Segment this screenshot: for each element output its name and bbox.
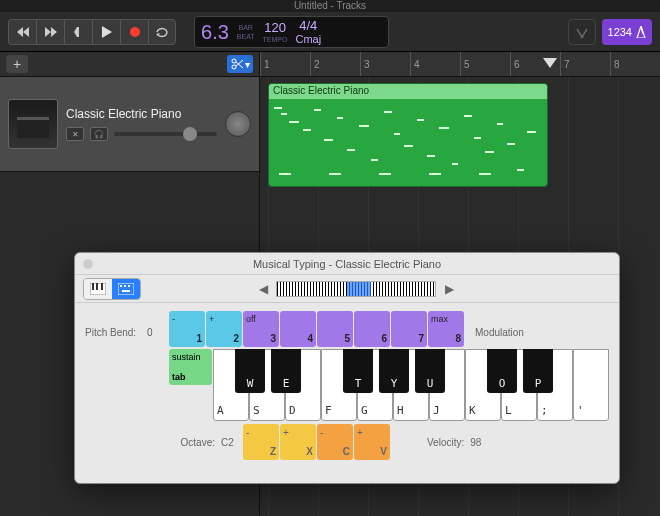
region-notes: [269, 99, 547, 186]
stop-button[interactable]: [64, 19, 92, 45]
sustain-key[interactable]: sustain tab: [169, 349, 212, 385]
rewind-button[interactable]: [8, 19, 36, 45]
mute-button[interactable]: ✕: [66, 127, 84, 141]
octave-label: Octave:: [171, 437, 221, 448]
modulation-key-6[interactable]: 6: [354, 311, 390, 347]
lcd-display[interactable]: 6.3 BARBEAT 120TEMPO 4/4Cmaj: [194, 16, 389, 48]
ruler-tick: 2: [310, 52, 360, 76]
octave-key-X[interactable]: +X: [280, 424, 316, 460]
close-window-button[interactable]: [83, 259, 93, 269]
ruler-tick: 4: [410, 52, 460, 76]
modulation-key-8[interactable]: max8: [428, 311, 464, 347]
octave-value: C2: [221, 437, 243, 448]
record-button[interactable]: [120, 19, 148, 45]
black-key-U[interactable]: U: [415, 349, 445, 393]
octave-key-V[interactable]: +V: [354, 424, 390, 460]
pitch-bend-value: 0: [147, 311, 169, 338]
black-key-Y[interactable]: Y: [379, 349, 409, 393]
window-title: Untitled - Tracks: [294, 0, 366, 11]
ruler-tick: 3: [360, 52, 410, 76]
ruler-tick: 5: [460, 52, 510, 76]
forward-button[interactable]: [36, 19, 64, 45]
track-header-toolbar: + ▾: [0, 52, 260, 77]
octave-overview: ◀ ▶: [147, 281, 565, 297]
svg-rect-16: [122, 290, 130, 292]
piano-view-button[interactable]: [84, 279, 112, 299]
track-instrument-icon[interactable]: [8, 99, 58, 149]
svg-point-5: [232, 65, 236, 69]
transport-group: [8, 19, 176, 45]
svg-rect-13: [120, 285, 122, 287]
pan-knob[interactable]: [225, 111, 251, 137]
scissors-button[interactable]: ▾: [227, 55, 253, 73]
mini-piano-strip[interactable]: [276, 281, 436, 297]
count-in-label: 1234: [608, 26, 632, 38]
mt-titlebar[interactable]: Musical Typing - Classic Electric Piano: [75, 253, 619, 275]
svg-rect-14: [124, 285, 126, 287]
track-header[interactable]: Classic Electric Piano ✕ 🎧: [0, 77, 260, 172]
black-key-W[interactable]: W: [235, 349, 265, 393]
black-key-O[interactable]: O: [487, 349, 517, 393]
svg-point-4: [232, 59, 236, 63]
ruler-tick: 1: [260, 52, 310, 76]
octave-left-button[interactable]: ◀: [256, 282, 270, 296]
pitch-bend-label: Pitch Bend:: [85, 311, 147, 338]
octave-key-C[interactable]: -C: [317, 424, 353, 460]
velocity-label: Velocity:: [427, 437, 470, 448]
white-key-'[interactable]: ': [573, 349, 609, 421]
black-key-P[interactable]: P: [523, 349, 553, 393]
count-in-button[interactable]: 1234: [602, 19, 652, 45]
midi-region[interactable]: Classic Electric Piano: [268, 83, 548, 187]
visible-octave-highlight: [347, 282, 371, 296]
typing-view-button[interactable]: [112, 279, 140, 299]
cycle-button[interactable]: [148, 19, 176, 45]
modulation-key-1[interactable]: -1: [169, 311, 205, 347]
modulation-key-3[interactable]: off3: [243, 311, 279, 347]
volume-slider[interactable]: [114, 132, 217, 136]
black-key-E[interactable]: E: [271, 349, 301, 393]
modulation-label: Modulation: [465, 311, 524, 338]
velocity-value: 98: [470, 437, 481, 448]
view-mode-segment: [83, 278, 141, 300]
play-button[interactable]: [92, 19, 120, 45]
window-titlebar: Untitled - Tracks: [0, 0, 660, 12]
region-name: Classic Electric Piano: [269, 84, 547, 99]
modulation-key-5[interactable]: 5: [317, 311, 353, 347]
modulation-key-4[interactable]: 4: [280, 311, 316, 347]
toolbar: 6.3 BARBEAT 120TEMPO 4/4Cmaj 1234: [0, 12, 660, 52]
solo-button[interactable]: 🎧: [90, 127, 108, 141]
svg-rect-11: [101, 283, 103, 290]
modulation-key-7[interactable]: 7: [391, 311, 427, 347]
svg-rect-9: [92, 283, 94, 290]
svg-rect-10: [96, 283, 98, 290]
tuner-button[interactable]: [568, 19, 596, 45]
black-key-T[interactable]: T: [343, 349, 373, 393]
svg-rect-0: [77, 27, 79, 37]
octave-right-button[interactable]: ▶: [442, 282, 456, 296]
svg-point-1: [130, 27, 140, 37]
ruler-tick: 7: [560, 52, 610, 76]
add-track-button[interactable]: +: [6, 55, 28, 73]
svg-rect-12: [118, 283, 134, 295]
metronome-icon: [636, 26, 646, 38]
octave-key-Z[interactable]: -Z: [243, 424, 279, 460]
musical-typing-window[interactable]: Musical Typing - Classic Electric Piano …: [74, 252, 620, 484]
mt-title: Musical Typing - Classic Electric Piano: [253, 258, 441, 270]
svg-rect-15: [128, 285, 130, 287]
track-name: Classic Electric Piano: [66, 107, 217, 121]
mt-toolbar: ◀ ▶: [75, 275, 619, 303]
ruler-tick: 8: [610, 52, 660, 76]
piano-keys: ASDFGHJKL;'WETYUOP: [213, 349, 609, 421]
modulation-key-2[interactable]: +2: [206, 311, 242, 347]
timeline-ruler[interactable]: 1 2 3 4 5 6 7 8: [260, 52, 660, 77]
